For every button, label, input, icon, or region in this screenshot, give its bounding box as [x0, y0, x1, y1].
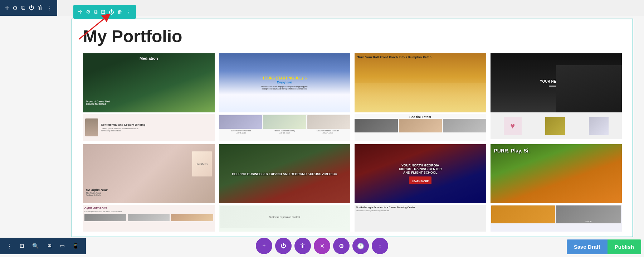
- section-trash-icon[interactable]: 🗑: [117, 9, 123, 15]
- portfolio-item-8-image: PURR. Play. Si.: [491, 144, 622, 203]
- portfolio-item-8-bottom: SHOP: [491, 205, 622, 232]
- portfolio-item-5[interactable]: Be Alpha Now The Truth AboutFashion & St…: [83, 144, 215, 232]
- portfolio-item-6[interactable]: HELPING BUSINESSES EXPAND AND REBRAND AC…: [219, 144, 351, 232]
- reorder-element-button[interactable]: ↕: [372, 238, 388, 254]
- georgia-text: YOUR NORTH GEORGIACIRRUS TRAINING CENTER…: [399, 164, 442, 174]
- helping-text: HELPING BUSINESSES EXPAND AND REBRAND AC…: [232, 172, 337, 176]
- sub-image-2c: [307, 115, 351, 129]
- portfolio-item-8[interactable]: PURR. Play. Si. SHOP: [491, 144, 622, 232]
- portfolio-item-5-bottom: Alpha Alpha Alfa Lorem ipsum dolor sit a…: [83, 205, 215, 232]
- portfolio-item-7[interactable]: YOUR NORTH GEORGIACIRRUS TRAINING CENTER…: [355, 144, 486, 232]
- portfolio-item-3[interactable]: Turn Your Fall Front Porch Into a Pumpki…: [355, 53, 486, 141]
- desktop-icon[interactable]: 🖥: [47, 243, 52, 249]
- sub-image-2b: [263, 115, 306, 129]
- section-settings-icon[interactable]: ⚙: [86, 9, 91, 15]
- portfolio-item-7-image: YOUR NORTH GEORGIACIRRUS TRAINING CENTER…: [355, 144, 486, 203]
- section-duplicate-icon[interactable]: ⧉: [94, 9, 98, 15]
- portfolio-grid-row-1: Mediation Types of Cases ThatCan Be Medi…: [83, 53, 622, 141]
- hamburger-icon[interactable]: ⋮: [7, 243, 12, 249]
- add-element-button[interactable]: +: [256, 238, 272, 254]
- power-icon[interactable]: ⏻: [29, 5, 34, 11]
- portfolio-item-3-image: Turn Your Fall Front Porch Into a Pumpki…: [355, 53, 486, 112]
- search-icon[interactable]: 🔍: [32, 243, 39, 249]
- settings-element-button[interactable]: ⚙: [333, 238, 350, 254]
- portfolio-grid-row-2: Be Alpha Now The Truth AboutFashion & St…: [83, 144, 622, 232]
- power-element-button[interactable]: ⏻: [275, 238, 292, 254]
- portfolio-section: My Portfolio Mediation Types of Cases Th…: [72, 19, 633, 237]
- sub-image-2a: [219, 115, 262, 129]
- portfolio-item-2[interactable]: TOURS STARTING JULY 6 Enjoy life! Our mi…: [219, 53, 351, 141]
- save-draft-button[interactable]: Save Draft: [567, 239, 608, 254]
- publish-area: Save Draft Publish: [567, 239, 641, 254]
- bottom-floating-toolbar: + ⏻ 🗑 ✕ ⚙ 🕐 ↕: [256, 238, 388, 254]
- portrait-image: [85, 118, 98, 136]
- heart-image: ♥: [504, 117, 522, 135]
- close-element-button[interactable]: ✕: [314, 238, 330, 254]
- item-1-title: Mediation: [83, 56, 215, 60]
- history-element-button[interactable]: 🕐: [352, 238, 369, 254]
- tablet-icon[interactable]: ▭: [60, 243, 65, 249]
- enjoy-text: Enjoy life!: [277, 81, 292, 84]
- trash-icon[interactable]: 🗑: [38, 5, 43, 11]
- settings-icon[interactable]: ⚙: [13, 5, 18, 11]
- portrait-caption: Confidential and Legally Binding Lorem i…: [101, 123, 145, 132]
- portfolio-item-4-bottom: ♥: [491, 112, 622, 139]
- portfolio-item-3-bottom: See the Latest: [355, 114, 486, 141]
- portfolio-item-7-bottom: North Georgia Aviation is a Cirrus Train…: [355, 205, 486, 232]
- mobile-icon[interactable]: 📱: [72, 243, 79, 249]
- autumn-sub-3: [443, 119, 486, 132]
- misc-image-1: [545, 117, 565, 135]
- portfolio-item-4[interactable]: YOUR NEXT MOVE ♥: [491, 53, 622, 141]
- misc-image-2: [589, 117, 609, 135]
- portfolio-item-6-image: HELPING BUSINESSES EXPAND AND REBRAND AC…: [219, 144, 351, 203]
- purr-text: PURR. Play. Si.: [494, 148, 530, 154]
- section-columns-icon[interactable]: ⊞: [101, 9, 106, 15]
- section-more-icon[interactable]: ⋮: [126, 9, 131, 15]
- move-icon[interactable]: ✛: [5, 5, 9, 11]
- portfolio-item-2-image: TOURS STARTING JULY 6 Enjoy life! Our mi…: [219, 53, 351, 112]
- section-add-icon[interactable]: ✛: [78, 9, 83, 15]
- more-icon[interactable]: ⋮: [47, 5, 53, 11]
- portfolio-item-1-image: Mediation Types of Cases ThatCan Be Medi…: [83, 53, 215, 112]
- tours-title: TOURS STARTING JULY 6: [262, 76, 307, 81]
- publish-button[interactable]: Publish: [608, 239, 641, 254]
- autumn-sub-1: [355, 119, 398, 132]
- portfolio-item-2-bottom: Discover ProvidenceJuly 5, 2019 Rhode Is…: [219, 114, 351, 141]
- section-power-icon[interactable]: ⏻: [109, 9, 114, 15]
- portfolio-item-1-bottom: Confidential and Legally Binding Lorem i…: [83, 114, 215, 141]
- top-left-toolbar: ✛ ⚙ ⧉ ⏻ 🗑 ⋮: [0, 0, 57, 16]
- bottom-left-toolbar: ⋮ ⊞ 🔍 🖥 ▭ 📱: [0, 238, 86, 254]
- portfolio-title: My Portfolio: [83, 26, 622, 46]
- grid-view-icon[interactable]: ⊞: [20, 243, 24, 249]
- portfolio-item-4-image: YOUR NEXT MOVE: [491, 53, 622, 112]
- portfolio-item-6-bottom: Business expansion content: [219, 205, 351, 232]
- see-latest-text: See the Latest: [355, 115, 486, 119]
- section-toolbar: ✛ ⚙ ⧉ ⊞ ⏻ 🗑 ⋮: [73, 5, 136, 19]
- canvas-area: My Portfolio Mediation Types of Cases Th…: [0, 16, 644, 257]
- portfolio-item-1[interactable]: Mediation Types of Cases ThatCan Be Medi…: [83, 53, 215, 141]
- delete-element-button[interactable]: 🗑: [294, 238, 311, 254]
- autumn-sub-2: [399, 119, 442, 132]
- duplicate-icon[interactable]: ⧉: [21, 5, 25, 11]
- portfolio-item-5-image: Be Alpha Now The Truth AboutFashion & St…: [83, 144, 215, 203]
